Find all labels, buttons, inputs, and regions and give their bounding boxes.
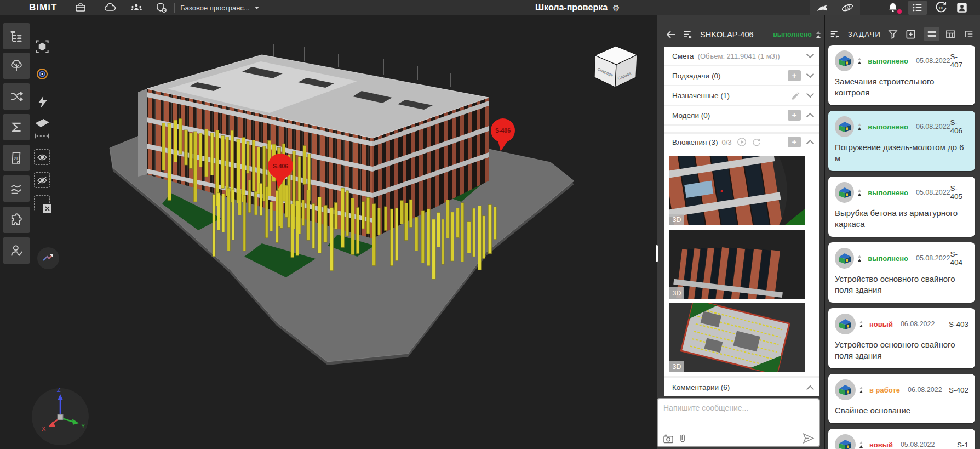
- show-visibility-icon[interactable]: [34, 149, 50, 165]
- plugins-puzzle-button[interactable]: [3, 207, 30, 233]
- priority-arrows-icon[interactable]: [858, 189, 861, 196]
- task-card[interactable]: новый 06.08.2022 S-403 Устройство основн…: [828, 308, 975, 368]
- top-bar: BiMiT Базовое пространс... Школа-проверк…: [0, 0, 980, 15]
- message-input[interactable]: [662, 402, 807, 430]
- chevron-up-icon[interactable]: [806, 385, 814, 393]
- history-refresh-icon[interactable]: 10: [934, 1, 948, 15]
- sheet-2d-button[interactable]: 2D: [3, 145, 30, 171]
- add-model-button[interactable]: +: [788, 110, 801, 121]
- workspace-selector[interactable]: Базовое пространс...: [180, 4, 259, 12]
- task-card[interactable]: в работе 06.08.2022 S-402 Свайное основа…: [828, 374, 975, 423]
- svg-text:2D: 2D: [14, 156, 20, 161]
- subtasks-section-row[interactable]: Подзадачи (0) +: [664, 66, 819, 86]
- task-card[interactable]: выполнено 05.08.2022 S-405 Вырубка бетон…: [828, 177, 975, 237]
- navigation-cube[interactable]: Спереди Справа: [594, 46, 637, 87]
- view-list-icon[interactable]: [924, 27, 939, 41]
- shield-clock-icon[interactable]: [154, 0, 169, 15]
- bird-tool-icon[interactable]: [810, 0, 835, 15]
- chevron-up-icon[interactable]: [806, 113, 814, 121]
- task-avatar: [835, 50, 854, 71]
- view-tree-icon[interactable]: [961, 27, 977, 41]
- priority-arrows-icon[interactable]: [858, 123, 861, 130]
- notifications-bell-icon[interactable]: [886, 1, 899, 14]
- task-date: 05.08.2022: [916, 189, 950, 196]
- measure-ruler-icon[interactable]: [34, 133, 50, 139]
- attachment-thumbnail[interactable]: 3D: [669, 303, 805, 372]
- edit-pencil-icon[interactable]: [790, 90, 801, 101]
- model-tree-button[interactable]: [3, 23, 30, 49]
- sigma-sum-button[interactable]: [3, 114, 30, 140]
- shuffle-links-button[interactable]: [3, 83, 30, 110]
- axis-y-label: Y: [81, 423, 85, 429]
- task-card[interactable]: новый 05.08.2022 S-1 Каркас ниже отм. 0.…: [828, 429, 975, 449]
- priority-arrows-icon[interactable]: [859, 321, 863, 327]
- chevron-down-icon: [255, 7, 259, 9]
- chevron-down-icon[interactable]: [806, 50, 814, 58]
- add-attachment-button[interactable]: +: [788, 137, 801, 147]
- flash-lightning-icon[interactable]: [35, 94, 50, 110]
- add-task-icon[interactable]: [905, 29, 916, 40]
- task-card[interactable]: выполнено 06.08.2022 S-406 Погружение ди…: [828, 111, 975, 171]
- task-status-badge: выполнено: [773, 31, 812, 38]
- viewport-3d[interactable]: S-406 S-406 Спереди Справа Z X: [0, 15, 657, 449]
- add-subtask-button[interactable]: +: [788, 70, 801, 81]
- view-table-icon[interactable]: [943, 27, 958, 41]
- charts-waves-button[interactable]: [3, 175, 30, 202]
- attachment-thumbnail[interactable]: 3D: [669, 230, 805, 299]
- task-card[interactable]: выполнено 05.08.2022 S-407 Замечания стр…: [828, 45, 975, 105]
- task-list-arrow-icon[interactable]: [683, 29, 695, 41]
- tasks-list-arrow-icon[interactable]: [829, 28, 841, 40]
- comments-section-row[interactable]: Комментарии (6): [664, 378, 819, 396]
- task-description: Устройство основного свайного поля здани…: [835, 274, 968, 295]
- clear-selection-icon[interactable]: [34, 195, 50, 211]
- axis-gizmo[interactable]: Z X Y: [32, 387, 89, 445]
- hide-visibility-icon[interactable]: [34, 172, 50, 188]
- assigned-section-row[interactable]: Назначенные (1): [664, 86, 819, 106]
- attachments-counter: 0/3: [722, 138, 732, 146]
- task-list-menu-icon[interactable]: [908, 1, 927, 15]
- task-description: Вырубка бетона из арматурного каркаса: [835, 208, 968, 230]
- 3d-badge: 3D: [669, 214, 684, 225]
- task-avatar: [835, 248, 854, 269]
- task-status: выполнено: [868, 254, 908, 263]
- estimate-section-row[interactable]: Смета (Объем: 211.9041 (1 м3)): [664, 47, 819, 66]
- trend-chart-button[interactable]: [37, 247, 59, 269]
- environment-tree-button[interactable]: [3, 53, 30, 79]
- isolate-selection-icon[interactable]: [34, 38, 50, 55]
- task-pin[interactable]: S-406: [491, 118, 515, 151]
- attachment-thumbnail[interactable]: 3D: [669, 156, 805, 225]
- task-status: выполнено: [868, 57, 908, 65]
- send-message-icon[interactable]: [802, 433, 815, 444]
- account-user-icon[interactable]: [955, 1, 968, 14]
- panel-resize-handle[interactable]: [656, 245, 658, 262]
- projects-briefcase-icon[interactable]: [73, 0, 88, 15]
- team-users-icon[interactable]: [129, 0, 144, 15]
- priority-arrows-icon[interactable]: [858, 58, 861, 64]
- section-plane-icon[interactable]: [34, 117, 50, 129]
- models-section-row[interactable]: Модели (0) +: [664, 106, 819, 126]
- project-settings-gear-icon[interactable]: ⚙: [612, 4, 620, 12]
- task-card[interactable]: выполнено 05.08.2022 S-404 Устройство ос…: [828, 242, 975, 303]
- task-id: S-1: [957, 441, 968, 449]
- priority-arrows-icon[interactable]: [859, 387, 863, 393]
- 3d-badge: 3D: [669, 287, 684, 299]
- chevron-down-icon[interactable]: [806, 70, 814, 78]
- task-description: Свайное основание: [835, 405, 968, 416]
- priority-arrows-icon[interactable]: [859, 441, 863, 448]
- task-id: S-404: [950, 250, 968, 266]
- attach-file-paperclip-icon[interactable]: [679, 433, 686, 444]
- attachments-section-row[interactable]: Вложения (3) 0/3 +: [664, 135, 819, 149]
- play-attachments-icon[interactable]: [737, 137, 747, 147]
- orbit-clock-icon[interactable]: [835, 0, 860, 15]
- cloud-icon[interactable]: [103, 0, 117, 15]
- chevron-up-icon[interactable]: [806, 140, 814, 147]
- scroll-spinner-icon[interactable]: [816, 31, 821, 38]
- approver-user-button[interactable]: [3, 237, 30, 264]
- priority-arrows-icon[interactable]: [858, 255, 861, 262]
- chevron-down-icon[interactable]: [806, 90, 814, 98]
- refresh-attachments-icon[interactable]: [752, 138, 761, 147]
- locate-target-icon[interactable]: [34, 66, 50, 82]
- back-arrow-icon[interactable]: [665, 29, 677, 41]
- filter-funnel-icon[interactable]: [887, 29, 898, 39]
- add-photo-icon[interactable]: [663, 434, 674, 444]
